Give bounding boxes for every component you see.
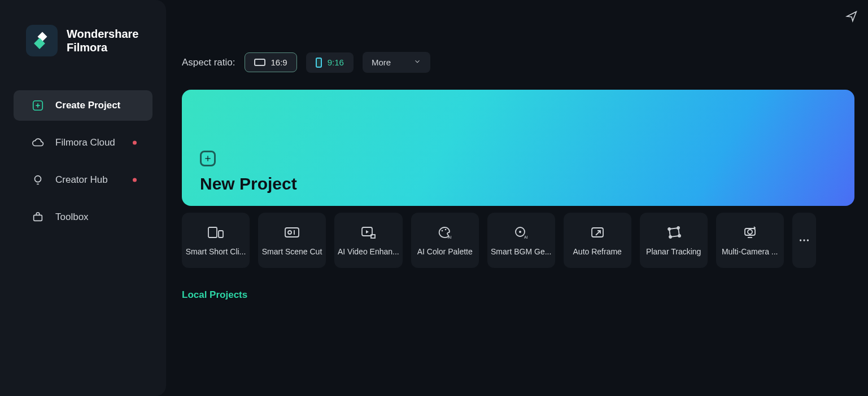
portrait-icon [316, 58, 322, 68]
more-label: More [372, 58, 391, 67]
tool-label: Planar Tracking [643, 247, 704, 256]
aspect-ratio-row: Aspect ratio: 16:9 9:16 More [182, 52, 861, 73]
tool-multi-camera[interactable]: Multi-Camera ... [716, 213, 784, 268]
tools-row: Smart Short Cli... Smart Scene Cut AI Vi… [182, 213, 854, 268]
sidebar: Wondershare Filmora Create Project Filmo… [0, 0, 166, 396]
aspect-9-16-button[interactable]: 9:16 [306, 52, 354, 73]
chevron-down-icon [413, 58, 421, 67]
tool-label: Smart Scene Cut [261, 247, 322, 256]
ai-video-enhancer-icon [360, 225, 377, 240]
tool-label: AI Color Palette [415, 247, 476, 256]
svg-rect-23 [592, 228, 603, 237]
send-feedback-icon[interactable] [845, 10, 858, 25]
tool-ai-video-enhancer[interactable]: AI Video Enhan... [334, 213, 403, 268]
sidebar-item-label: Toolbox [55, 212, 89, 223]
svg-point-21 [519, 231, 521, 233]
tool-ai-color-palette[interactable]: AI AI Color Palette [411, 213, 479, 268]
app-logo: Wondershare Filmora [26, 25, 152, 56]
filmora-logo-icon [26, 25, 58, 56]
svg-marker-15 [366, 230, 369, 234]
aspect-ratio-label: Aspect ratio: [182, 57, 235, 68]
tool-label: Auto Reframe [567, 247, 628, 256]
sidebar-item-label: Creator Hub [55, 174, 108, 186]
app-title: Wondershare Filmora [67, 27, 138, 54]
aspect-value: 9:16 [328, 58, 344, 67]
aspect-16-9-button[interactable]: 16:9 [245, 52, 297, 72]
brand-line1: Wondershare [67, 27, 138, 41]
sidebar-item-label: Filmora Cloud [55, 137, 115, 148]
landscape-icon [254, 59, 265, 66]
cloud-icon [32, 137, 44, 149]
more-horizontal-icon [796, 232, 813, 248]
sidebar-item-create-project[interactable]: Create Project [14, 90, 152, 121]
smart-short-clips-icon [207, 225, 224, 240]
svg-text:AI: AI [524, 235, 528, 239]
brand-line2: Filmora [67, 41, 138, 54]
svg-rect-12 [285, 228, 299, 237]
svg-point-17 [441, 230, 443, 232]
svg-point-33 [806, 239, 808, 241]
bulb-icon [32, 174, 44, 186]
sidebar-item-filmora-cloud[interactable]: Filmora Cloud [14, 127, 152, 158]
svg-point-13 [288, 231, 291, 234]
svg-text:AI: AI [448, 235, 452, 239]
local-projects-heading[interactable]: Local Projects [182, 289, 861, 301]
svg-point-32 [803, 239, 805, 241]
multi-camera-icon [741, 225, 758, 240]
toolbox-icon [32, 211, 44, 223]
tool-label: Smart Short Cli... [185, 247, 246, 256]
plus-icon [200, 151, 216, 166]
tool-smart-short-clips[interactable]: Smart Short Cli... [182, 213, 250, 268]
svg-point-5 [35, 176, 41, 182]
tool-label: AI Video Enhan... [338, 247, 399, 256]
tool-label: Multi-Camera ... [719, 247, 780, 256]
aspect-value: 16:9 [271, 58, 287, 67]
ai-color-palette-icon: AI [437, 225, 453, 240]
tool-more-button[interactable] [792, 213, 816, 268]
tool-smart-bgm-generator[interactable]: AI Smart BGM Ge... [487, 213, 555, 268]
sidebar-nav: Create Project Filmora Cloud Creator Hub… [14, 90, 152, 232]
svg-rect-10 [208, 227, 217, 237]
hero-title: New Project [200, 174, 836, 193]
svg-rect-16 [371, 235, 375, 238]
sidebar-item-creator-hub[interactable]: Creator Hub [14, 165, 152, 195]
svg-rect-7 [34, 215, 42, 221]
planar-tracking-icon [665, 225, 682, 240]
auto-reframe-icon [589, 225, 606, 240]
smart-bgm-generator-icon: AI [513, 225, 530, 240]
sidebar-item-toolbox[interactable]: Toolbox [14, 202, 152, 232]
tool-auto-reframe[interactable]: Auto Reframe [564, 213, 631, 268]
sidebar-item-label: Create Project [55, 100, 120, 111]
aspect-more-dropdown[interactable]: More [363, 52, 430, 73]
tool-label: Smart BGM Ge... [491, 247, 552, 256]
svg-point-18 [444, 229, 446, 231]
svg-point-29 [748, 230, 752, 234]
svg-rect-11 [219, 231, 223, 237]
tool-planar-tracking[interactable]: Planar Tracking [640, 213, 708, 268]
create-project-icon [32, 99, 44, 112]
notification-dot [133, 178, 137, 182]
svg-point-31 [800, 239, 801, 241]
smart-scene-cut-icon [283, 225, 300, 240]
new-project-hero[interactable]: New Project [182, 90, 854, 206]
notification-dot [133, 141, 137, 145]
tool-smart-scene-cut[interactable]: Smart Scene Cut [258, 213, 326, 268]
main-area: Aspect ratio: 16:9 9:16 More New Project [166, 0, 868, 396]
